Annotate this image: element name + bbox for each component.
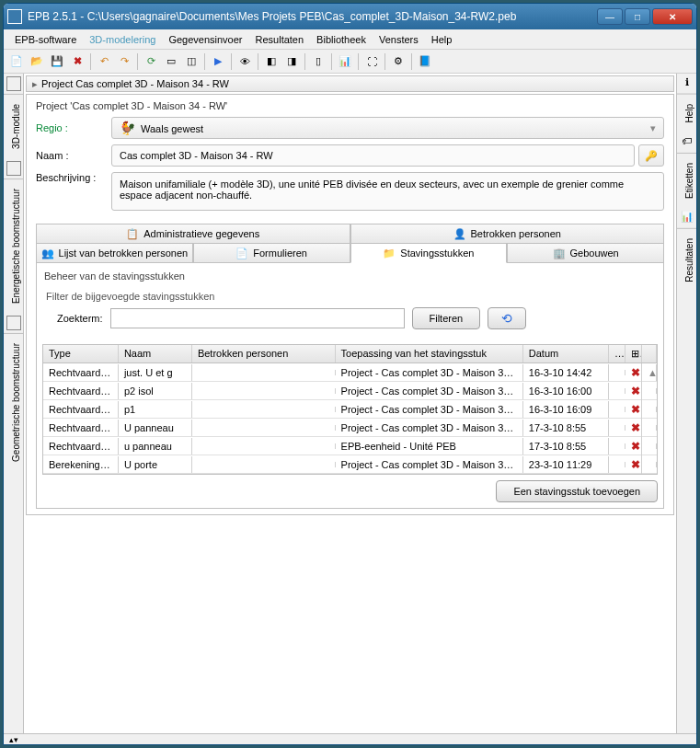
side-tab-etiketten[interactable]: Etiketten [677,153,696,208]
breadcrumb-arrow-icon: ▸ [32,78,38,90]
tab-betrokken-top[interactable]: 👤 Betrokken personen [350,224,665,244]
page-icon[interactable]: ▯ [309,52,327,71]
chevron-down-icon: ▾ [650,122,656,134]
side-tab-energy[interactable]: Energetische boomstructuur [4,178,23,313]
side-tab-geom[interactable]: Geometrische boomstructuur [4,333,23,471]
key-icon: 🔑 [645,150,658,162]
th-type[interactable]: Type [43,345,119,362]
panel2-icon[interactable]: ◨ [282,52,301,71]
label-icon[interactable]: 🏷 [680,135,694,150]
table-row[interactable]: Rechtvaardig...p2 isolProject - Cas comp… [43,382,657,400]
breadcrumb-text: Project Cas complet 3D - Maison 34 - RW [41,78,229,89]
side-tab-3d[interactable]: 3D-module [4,94,23,158]
menu-vensters[interactable]: Vensters [373,32,424,47]
undo-icon[interactable]: ↶ [95,52,113,71]
cell-naam: U panneau [119,420,192,436]
help-icon[interactable]: ℹ [680,76,694,91]
refresh-icon[interactable]: ⟳ [142,52,160,71]
menu-resultaten[interactable]: Resultaten [250,32,310,47]
naam-input[interactable]: Cas complet 3D - Maison 34 - RW [111,144,635,167]
select-icon[interactable]: ▭ [162,52,180,71]
search-input[interactable] [110,308,405,328]
side-tab-resultaten[interactable]: Resultaten [677,228,696,292]
delete-row-button[interactable]: ✖ [625,363,642,382]
cell-more [609,425,625,431]
breadcrumb[interactable]: ▸ Project Cas complet 3D - Maison 34 - R… [26,75,674,92]
th-betrokken[interactable]: Betrokken personen [192,345,336,362]
table-row[interactable]: Rechtvaardig...just. U et gProject - Cas… [43,363,657,382]
table-row[interactable]: Rechtvaardig...p1Project - Cas complet 3… [43,400,657,419]
cell-naam: just. U et g [119,364,192,381]
delete-row-button[interactable]: ✖ [625,437,642,455]
add-stavingsstuk-button[interactable]: Een stavingsstuk toevoegen [496,480,658,502]
minimize-button[interactable]: — [597,8,623,25]
side-icon-1[interactable] [6,76,21,91]
left-sidebar: 3D-module Energetische boomstructuur Geo… [4,74,24,733]
scroll-arrow-icon[interactable] [642,462,657,467]
side-icon-3[interactable] [6,316,21,330]
scroll-arrow-icon[interactable] [642,425,657,431]
table-row[interactable]: Berekeningsn...U porteProject - Cas comp… [43,455,657,474]
table-row[interactable]: Rechtvaardig...u panneauEPB-eenheid - Un… [43,437,657,455]
key-button[interactable]: 🔑 [638,144,664,167]
eye-icon[interactable]: 👁 [235,52,254,71]
expand-icon[interactable]: ⛶ [362,52,381,71]
chart-icon[interactable]: 📊 [336,52,354,71]
play-icon[interactable]: ▶ [209,52,227,71]
window-icon[interactable]: ◫ [182,52,201,71]
regio-value: Waals gewest [141,123,203,134]
cell-datum: 17-3-10 8:55 [523,438,610,455]
tab-gebouwen[interactable]: 🏢 Gebouwen [507,243,664,263]
redo-icon[interactable]: ↷ [115,52,133,71]
scroll-arrow-icon[interactable] [642,388,657,394]
filter-button[interactable]: Filteren [412,307,481,329]
tab-lijst[interactable]: 👥 Lijst van betrokken personen [36,243,193,263]
delete-icon[interactable]: ✖ [68,52,86,71]
new-icon[interactable]: 📄 [7,52,26,71]
maximize-button[interactable]: □ [625,8,650,25]
table-row[interactable]: Rechtvaardig...U panneauProject - Cas co… [43,419,657,437]
gear-icon[interactable]: ⚙ [389,52,407,71]
rooster-icon: 🐓 [120,121,135,135]
th-more[interactable]: ... [609,345,625,362]
menubar: EPB-software 3D-modelering Gegevensinvoe… [4,29,696,50]
delete-row-button[interactable]: ✖ [625,419,642,437]
reset-button[interactable]: ⟲ [488,307,526,329]
regio-dropdown[interactable]: 🐓Waals gewest ▾ [111,117,664,139]
menu-3d[interactable]: 3D-modelering [84,32,161,47]
scroll-arrow-icon[interactable] [642,407,657,412]
save-icon[interactable]: 💾 [48,52,66,71]
open-icon[interactable]: 📂 [28,52,46,71]
scroll-arrow-icon[interactable] [642,443,657,449]
tab-formulieren[interactable]: 📄 Formulieren [193,243,350,263]
menu-epb[interactable]: EPB-software [9,32,82,47]
tab-admin[interactable]: 📋 Administratieve gegevens [36,224,350,244]
delete-row-button[interactable]: ✖ [625,400,642,419]
th-datum[interactable]: Datum [523,345,610,362]
cell-datum: 23-3-10 11:29 [523,456,610,473]
footer-handle[interactable]: ▴▾ [4,733,696,744]
cell-toepassing: Project - Cas complet 3D - Maison 34 - R… [336,364,523,381]
people-icon: 👥 [41,247,54,259]
cell-type: Rechtvaardig... [43,383,119,399]
chart2-icon[interactable]: 📊 [680,211,694,225]
panel1-icon[interactable]: ◧ [262,52,281,71]
th-naam[interactable]: Naam [119,345,192,362]
side-icon-2[interactable] [6,161,21,176]
tab-stavings[interactable]: 📁 Stavingsstukken [350,243,508,263]
titlebar[interactable]: EPB 2.5.1 - C:\Users\gagnaire\Documents\… [4,4,696,29]
menu-bibliotheek[interactable]: Bibliotheek [311,32,372,47]
side-tab-help[interactable]: Help [677,94,696,132]
close-button[interactable]: ✕ [652,8,693,25]
th-toepassing[interactable]: Toepassing van het stavingsstuk [336,345,523,362]
scroll-arrow-icon[interactable]: ▲ [642,364,657,381]
delete-row-button[interactable]: ✖ [625,455,642,474]
delete-row-button[interactable]: ✖ [625,382,642,400]
menu-help[interactable]: Help [426,32,458,47]
book-icon[interactable]: 📘 [416,52,434,71]
window-title: EPB 2.5.1 - C:\Users\gagnaire\Documents\… [28,10,597,23]
cell-betrokken [192,443,336,449]
desc-textarea[interactable]: Maison unifamiliale (+ modèle 3D), une u… [111,172,664,211]
cell-toepassing: EPB-eenheid - Unité PEB [336,438,523,455]
menu-gegevens[interactable]: Gegevensinvoer [163,32,247,47]
